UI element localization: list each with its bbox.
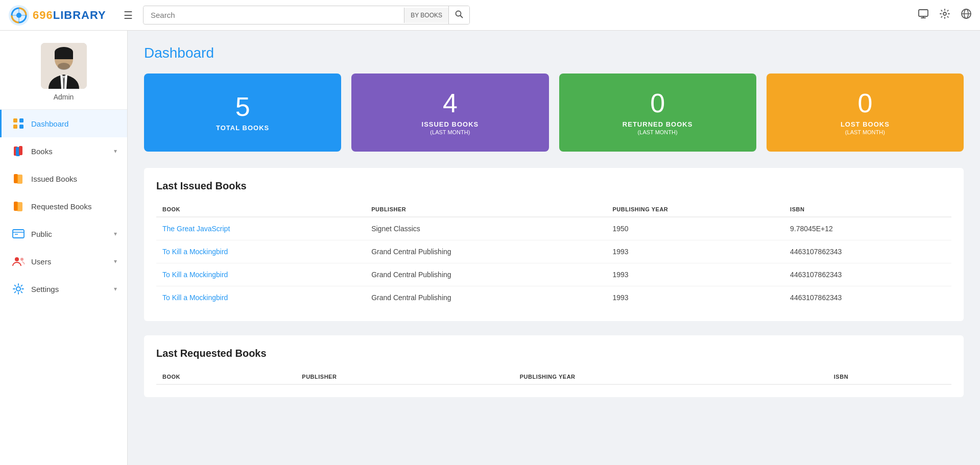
book-link[interactable]: The Great JavaScript: [156, 217, 365, 240]
svg-point-34: [20, 258, 23, 261]
table-row: The Great JavaScriptSignet Classics19509…: [156, 217, 951, 240]
svg-rect-29: [17, 202, 22, 211]
sidebar-item-label-requested-books: Requested Books: [31, 202, 117, 211]
search-submit-button[interactable]: [448, 6, 469, 24]
table-header: ISBN: [784, 202, 951, 217]
table-cell: 4463107862343: [784, 263, 951, 286]
users-icon: [12, 255, 25, 268]
issued-books-section: Last Issued Books BOOKPUBLISHERPUBLISHIN…: [144, 168, 964, 321]
stat-label-issued-books: ISSUED BOOKS: [422, 120, 479, 128]
topnav: 696LIBRARY ☰ BY BOOKS: [0, 0, 980, 31]
stat-number-lost-books: 0: [857, 90, 872, 116]
search-by-button[interactable]: BY BOOKS: [404, 8, 448, 23]
table-row: To Kill a MockingbirdGrand Central Publi…: [156, 263, 951, 286]
stat-card-lost-books: 0 LOST BOOKS (LAST MONTH): [767, 74, 964, 152]
sidebar-item-issued-books[interactable]: Issued Books: [0, 165, 127, 192]
chevron-icon-users: ▾: [114, 258, 117, 265]
issued-books-title: Last Issued Books: [156, 180, 951, 192]
svg-rect-20: [13, 125, 17, 129]
table-header: BOOK: [156, 370, 296, 384]
stat-sublabel-issued-books: (LAST MONTH): [430, 129, 470, 135]
book-link[interactable]: To Kill a Mockingbird: [156, 286, 365, 309]
sidebar-item-settings[interactable]: Settings ▾: [0, 275, 127, 303]
sidebar-item-label-public: Public: [31, 230, 108, 238]
sidebar-item-label-users: Users: [31, 257, 108, 266]
requested-books-section: Last Requested Books BOOKPUBLISHERPUBLIS…: [144, 335, 964, 397]
sidebar-item-books[interactable]: Books ▾: [0, 137, 127, 165]
svg-rect-25: [19, 146, 22, 155]
table-cell: Grand Central Publishing: [365, 263, 606, 286]
issued-books-table: BOOKPUBLISHERPUBLISHING YEARISBN The Gre…: [156, 202, 951, 309]
svg-point-18: [58, 63, 70, 70]
avatar: [41, 43, 87, 89]
stat-cards: 5 TOTAL BOOKS 4 ISSUED BOOKS (LAST MONTH…: [144, 74, 964, 152]
table-cell: 1993: [607, 263, 784, 286]
svg-line-6: [461, 16, 463, 18]
svg-rect-22: [19, 125, 23, 129]
username-label: Admin: [54, 93, 74, 101]
dashboard-icon: [12, 117, 25, 130]
chevron-icon-settings: ▾: [114, 285, 117, 292]
table-cell: 4463107862343: [784, 240, 951, 263]
layout: Admin Dashboard Books ▾ Issued Books Req…: [0, 31, 980, 465]
table-cell: 1993: [607, 240, 784, 263]
table-cell: Grand Central Publishing: [365, 286, 606, 309]
stat-sublabel-lost-books: (LAST MONTH): [845, 129, 885, 135]
svg-rect-19: [13, 118, 17, 123]
requested-books-table: BOOKPUBLISHERPUBLISHING YEARISBN: [156, 370, 951, 385]
user-profile: Admin: [0, 31, 127, 110]
table-header: ISBN: [828, 370, 951, 384]
stat-card-total-books: 5 TOTAL BOOKS: [144, 74, 341, 152]
search-input[interactable]: [144, 7, 404, 23]
sidebar-item-users[interactable]: Users ▾: [0, 248, 127, 275]
chevron-icon-public: ▾: [114, 230, 117, 237]
sidebar-item-label-issued-books: Issued Books: [31, 175, 117, 183]
sidebar-item-requested-books[interactable]: Requested Books: [0, 192, 127, 220]
book-link[interactable]: To Kill a Mockingbird: [156, 263, 365, 286]
hamburger-button[interactable]: ☰: [124, 9, 133, 21]
issued-books-icon: [12, 172, 25, 185]
table-row: To Kill a MockingbirdGrand Central Publi…: [156, 286, 951, 309]
table-header: BOOK: [156, 202, 365, 217]
stat-number-returned-books: 0: [650, 90, 665, 116]
table-row: To Kill a MockingbirdGrand Central Publi…: [156, 240, 951, 263]
table-header: PUBLISHER: [365, 202, 606, 217]
sidebar-item-label-books: Books: [31, 147, 108, 156]
logo-text: 696LIBRARY: [33, 9, 106, 22]
search-bar: BY BOOKS: [143, 6, 470, 25]
search-icon: [455, 10, 463, 18]
stat-label-total-books: TOTAL BOOKS: [216, 124, 269, 132]
logo-area: 696LIBRARY: [8, 5, 115, 26]
stat-sublabel-returned-books: (LAST MONTH): [638, 129, 678, 135]
table-header: PUBLISHER: [296, 370, 513, 384]
page-title: Dashboard: [144, 45, 964, 61]
svg-rect-30: [13, 230, 24, 238]
settings-icon[interactable]: [939, 8, 950, 22]
sidebar-item-label-dashboard: Dashboard: [31, 119, 117, 128]
table-cell: 4463107862343: [784, 286, 951, 309]
books-icon: [12, 144, 25, 158]
stat-card-issued-books: 4 ISSUED BOOKS (LAST MONTH): [351, 74, 548, 152]
svg-rect-17: [55, 52, 73, 59]
globe-icon[interactable]: [961, 8, 972, 22]
chevron-icon-books: ▾: [114, 148, 117, 155]
settings-icon: [12, 282, 25, 296]
svg-rect-27: [17, 175, 22, 184]
svg-rect-21: [19, 118, 23, 123]
requested-books-title: Last Requested Books: [156, 348, 951, 359]
table-cell: 1993: [607, 286, 784, 309]
table-cell: Grand Central Publishing: [365, 240, 606, 263]
topnav-right: [918, 8, 972, 22]
stat-label-returned-books: RETURNED BOOKS: [623, 120, 693, 128]
table-cell: Signet Classics: [365, 217, 606, 240]
main-content: Dashboard 5 TOTAL BOOKS 4 ISSUED BOOKS (…: [128, 31, 980, 465]
sidebar-item-dashboard[interactable]: Dashboard: [0, 110, 127, 137]
svg-point-33: [15, 257, 19, 261]
monitor-icon[interactable]: [918, 8, 929, 22]
sidebar-item-label-settings: Settings: [31, 285, 108, 293]
table-cell: 1950: [607, 217, 784, 240]
svg-point-35: [16, 287, 20, 291]
sidebar-item-public[interactable]: Public ▾: [0, 220, 127, 248]
stat-number-issued-books: 4: [443, 90, 458, 116]
book-link[interactable]: To Kill a Mockingbird: [156, 240, 365, 263]
